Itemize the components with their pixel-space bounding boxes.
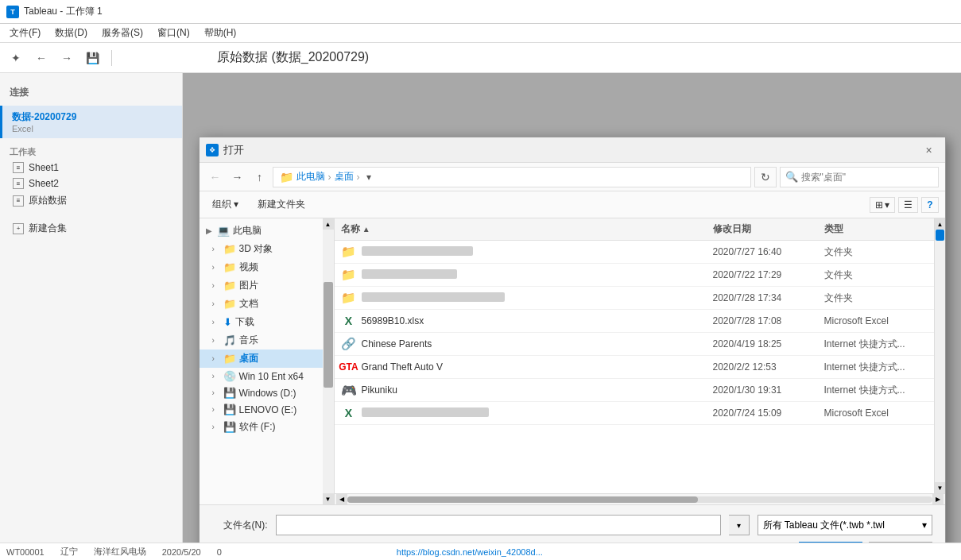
hscroll-left[interactable]: ◀ bbox=[336, 494, 347, 505]
list-item[interactable]: X 2020/7/24 15:09 Microsoft Excel bbox=[335, 402, 934, 425]
sheet1-label: Sheet1 bbox=[29, 162, 59, 173]
filetype-select[interactable]: 所有 Tableau 文件(*.twb *.twl ▾ bbox=[758, 515, 932, 535]
new-collection-item[interactable]: + 新建合集 bbox=[0, 219, 182, 238]
excel2-date: 2020/7/24 15:09 bbox=[713, 407, 824, 419]
breadcrumb-sep2: › bbox=[357, 172, 360, 183]
tree-pictures[interactable]: › 📁 图片 bbox=[200, 276, 323, 295]
tree-desktop[interactable]: › 📁 桌面 bbox=[200, 350, 323, 368]
search-input[interactable] bbox=[801, 172, 933, 183]
chinese-parents-icon: 🔗 bbox=[341, 336, 357, 352]
breadcrumb-desktop[interactable]: 桌面 bbox=[335, 170, 354, 183]
tree-arrow-win10: › bbox=[212, 372, 220, 380]
tree-downloads[interactable]: › ⬇ 下载 bbox=[200, 313, 323, 331]
new-folder-btn[interactable]: 新建文件夹 bbox=[250, 196, 313, 213]
tree-desktop-icon: 📁 bbox=[223, 353, 236, 365]
tree-video-icon: 📁 bbox=[223, 261, 236, 273]
list-item-gta[interactable]: GTA Grand Theft Auto V 2020/2/2 12:53 In… bbox=[335, 356, 934, 379]
menu-server[interactable]: 服务器(S) bbox=[95, 25, 149, 41]
list-item[interactable]: 📁 2020/7/22 17:29 文件夹 bbox=[335, 264, 934, 287]
status-item-2: 辽宁 bbox=[60, 546, 78, 558]
menu-file[interactable]: 文件(F) bbox=[3, 25, 47, 41]
back-btn[interactable]: ← bbox=[32, 48, 51, 68]
excel2-name bbox=[362, 407, 713, 419]
sidebar: 连接 数据-20200729 Excel 工作表 ≡ Sheet1 ≡ Shee… bbox=[0, 73, 183, 560]
filelist-scroll-up[interactable]: ▲ bbox=[935, 218, 945, 230]
tree-pane: ▶ 💻 此电脑 › 📁 3D 对象 › bbox=[200, 218, 335, 504]
col-date-header[interactable]: 修改日期 bbox=[713, 222, 824, 236]
breadcrumb-dropdown[interactable]: ▾ bbox=[366, 172, 371, 183]
file-list: 名称 ▲ 修改日期 类型 bbox=[335, 218, 934, 493]
new-collection-section: + 新建合集 bbox=[0, 219, 182, 238]
menu-window[interactable]: 窗口(N) bbox=[151, 25, 196, 41]
filelist-scroll-down[interactable]: ▼ bbox=[935, 482, 945, 493]
list-item-chinese-parents[interactable]: 🔗 Chinese Parents 2020/4/19 18:25 Intern… bbox=[335, 333, 934, 356]
tree-scroll-up[interactable]: ▲ bbox=[323, 218, 334, 230]
save-btn[interactable]: 💾 bbox=[83, 48, 102, 68]
tree-arrow-desktop: › bbox=[212, 354, 220, 363]
filename-dropdown-btn[interactable]: ▾ bbox=[729, 515, 750, 535]
list-item[interactable]: X 56989B10.xlsx 2020/7/28 17:08 Microsof… bbox=[335, 310, 934, 333]
help-btn[interactable]: ? bbox=[921, 197, 938, 213]
search-icon: 🔍 bbox=[785, 171, 798, 183]
sidebar-sheet1[interactable]: ≡ Sheet1 bbox=[0, 160, 182, 176]
list-item[interactable]: 📁 2020/7/27 16:40 文件夹 bbox=[335, 241, 934, 264]
status-item-1: WT00001 bbox=[6, 547, 45, 557]
tree-win10-icon: 💿 bbox=[223, 370, 236, 382]
sidebar-sheet2[interactable]: ≡ Sheet2 bbox=[0, 176, 182, 191]
tree-arrow-pc: ▶ bbox=[206, 226, 214, 235]
dialog-title-icon: ❖ bbox=[206, 144, 219, 156]
back-nav-btn[interactable]: ← bbox=[206, 168, 225, 187]
tree-arrow-windows-d: › bbox=[212, 388, 220, 397]
preview-btn[interactable]: ☰ bbox=[898, 197, 918, 213]
filetype-dropdown-arrow: ▾ bbox=[922, 519, 927, 531]
tree-windows-d[interactable]: › 💾 Windows (D:) bbox=[200, 384, 323, 401]
gta-date: 2020/2/2 12:53 bbox=[713, 361, 824, 373]
tree-scrollbar[interactable]: ▲ ▼ bbox=[323, 218, 334, 504]
tree-windows-d-label: Windows (D:) bbox=[239, 388, 296, 399]
tree-video[interactable]: › 📁 视频 bbox=[200, 258, 323, 276]
tableau-menu-btn[interactable]: ✦ bbox=[6, 48, 25, 68]
view-options-btn[interactable]: ⊞ ▾ bbox=[870, 197, 895, 213]
filelist-scrollbar[interactable]: ▲ ▼ bbox=[934, 218, 945, 493]
status-bar: WT00001 辽宁 海洋红风电场 2020/5/20 0 https://bl… bbox=[0, 543, 961, 560]
tree-software-f[interactable]: › 💾 软件 (F:) bbox=[200, 418, 323, 436]
sidebar-raw-data[interactable]: ≡ 原始数据 bbox=[0, 191, 182, 210]
tree-win10[interactable]: › 💿 Win 10 Ent x64 bbox=[200, 368, 323, 384]
tree-music-icon: 🎵 bbox=[223, 334, 236, 346]
hscroll-thumb bbox=[347, 496, 699, 503]
hscroll-right[interactable]: ▶ bbox=[932, 494, 944, 505]
new-collection-label: 新建合集 bbox=[29, 222, 67, 235]
menu-data[interactable]: 数据(D) bbox=[48, 25, 94, 41]
dialog-close-button[interactable]: × bbox=[920, 141, 939, 160]
tree-docs[interactable]: › 📁 文档 bbox=[200, 295, 323, 313]
list-item-pikuniku[interactable]: 🎮 Pikuniku 2020/1/30 19:31 Internet 快捷方式… bbox=[335, 379, 934, 402]
col-type-header[interactable]: 类型 bbox=[824, 222, 928, 236]
connected-type: Excel bbox=[12, 124, 172, 133]
tree-scroll-down[interactable]: ▼ bbox=[323, 493, 334, 504]
tree-docs-icon: 📁 bbox=[223, 298, 236, 310]
search-box[interactable]: 🔍 bbox=[780, 167, 939, 187]
forward-nav-btn[interactable]: → bbox=[228, 168, 247, 187]
up-nav-btn[interactable]: ↑ bbox=[250, 168, 269, 187]
tree-arrow-software-f: › bbox=[212, 423, 220, 431]
breadcrumb-this-pc[interactable]: 此电脑 bbox=[296, 170, 325, 183]
tree-docs-label: 文档 bbox=[239, 297, 258, 311]
tree-3d[interactable]: › 📁 3D 对象 bbox=[200, 240, 323, 258]
tree-this-pc[interactable]: ▶ 💻 此电脑 bbox=[200, 222, 323, 240]
filename-input[interactable] bbox=[276, 515, 721, 535]
forward-btn[interactable]: → bbox=[57, 48, 76, 68]
file-open-dialog: ❖ 打开 × ← → ↑ 📁 此电脑 › bbox=[199, 137, 946, 560]
menu-help[interactable]: 帮助(H) bbox=[198, 25, 243, 41]
list-item[interactable]: 📁 2020/7/28 17:34 文件夹 bbox=[335, 287, 934, 310]
toolbar-title: 原始数据 (数据_20200729) bbox=[217, 49, 369, 66]
refresh-btn[interactable]: ↻ bbox=[754, 167, 777, 187]
address-breadcrumb[interactable]: 📁 此电脑 › 桌面 › ▾ bbox=[273, 167, 751, 187]
col-name-header[interactable]: 名称 ▲ bbox=[341, 222, 713, 236]
connected-datasource[interactable]: 数据-20200729 Excel bbox=[0, 106, 182, 138]
organize-btn[interactable]: 组织 ▾ bbox=[206, 196, 245, 213]
tree-windows-d-icon: 💾 bbox=[223, 387, 236, 399]
tree-music[interactable]: › 🎵 音乐 bbox=[200, 331, 323, 350]
col-type-label: 类型 bbox=[824, 223, 843, 234]
tree-lenovo-e[interactable]: › 💾 LENOVO (E:) bbox=[200, 401, 323, 418]
tree-downloads-icon: ⬇ bbox=[223, 316, 232, 328]
